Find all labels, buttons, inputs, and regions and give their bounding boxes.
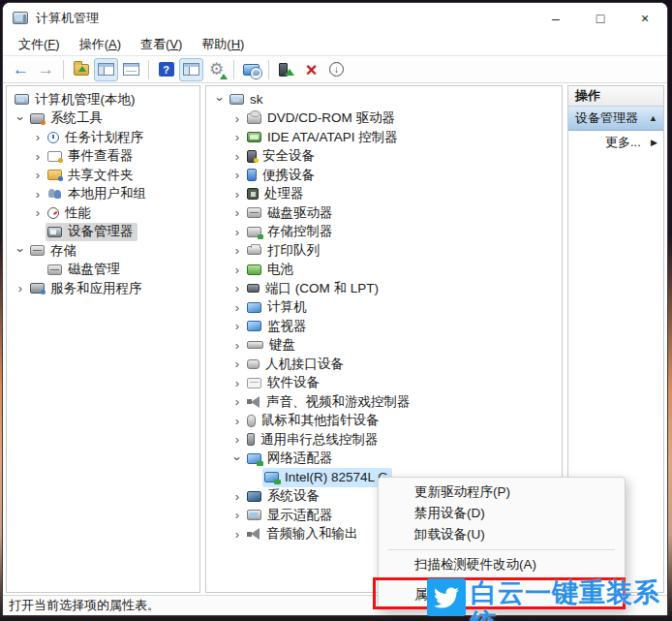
- chevron-right-icon[interactable]: ›: [30, 131, 46, 143]
- tree-item-dvd-cdrom-drives[interactable]: ›DVD/CD-ROM 驱动器: [206, 109, 562, 129]
- more-actions-item[interactable]: 更多... ▶: [568, 131, 663, 154]
- chevron-down-icon[interactable]: ›: [231, 450, 244, 466]
- tree-item-keyboards[interactable]: ›键盘: [206, 336, 562, 356]
- chevron-right-icon[interactable]: ›: [229, 282, 245, 295]
- chevron-right-icon[interactable]: ›: [229, 301, 245, 314]
- chevron-down-icon[interactable]: ›: [15, 243, 27, 259]
- disable-device-menu-item[interactable]: 禁用设备(D): [379, 503, 625, 524]
- chevron-right-icon[interactable]: ›: [13, 282, 28, 295]
- uninstall-device-button[interactable]: ×: [299, 58, 323, 81]
- up-one-level-button[interactable]: [69, 58, 93, 81]
- device-manager-icon: [47, 227, 62, 237]
- tree-item-system-tools[interactable]: ›系统工具: [7, 109, 199, 129]
- tree-item-portable-devices[interactable]: ›便携设备: [206, 166, 562, 185]
- menu-action[interactable]: 操作(A): [70, 34, 131, 55]
- tree-item-label: 监视器: [267, 318, 307, 335]
- menu-file[interactable]: 文件(F): [9, 34, 70, 55]
- tree-item-computer[interactable]: ›计算机: [206, 298, 562, 318]
- chevron-right-icon[interactable]: ›: [229, 357, 245, 370]
- chevron-right-icon[interactable]: ›: [229, 415, 245, 427]
- chevron-right-icon[interactable]: ›: [229, 433, 245, 446]
- chevron-right-icon[interactable]: ›: [229, 226, 245, 238]
- window-title: 计算机管理: [36, 10, 99, 27]
- chevron-down-icon[interactable]: ›: [214, 92, 227, 108]
- update-driver-menu-item[interactable]: 更新驱动程序(P): [379, 481, 625, 503]
- tree-item-event-viewer[interactable]: ›事件查看器: [7, 147, 199, 167]
- actions-group-device-manager[interactable]: 设备管理器 ▲: [568, 107, 663, 131]
- tree-item-storage[interactable]: ›存储: [7, 241, 199, 261]
- menu-view[interactable]: 查看(V): [131, 34, 192, 55]
- tree-item-label: 计算机管理(本地): [35, 91, 136, 109]
- tree-item-storage-controllers[interactable]: ›存储控制器: [206, 223, 562, 242]
- chevron-right-icon[interactable]: ›: [229, 377, 245, 389]
- tree-item-shared-folders[interactable]: ›共享文件夹: [7, 166, 199, 185]
- tree-item-security-devices[interactable]: ›安全设备: [206, 147, 562, 167]
- tree-item-ports-com-lpt[interactable]: ›端口 (COM 和 LPT): [206, 279, 562, 298]
- chevron-right-icon[interactable]: ›: [229, 395, 245, 408]
- export-list-button[interactable]: ⚙: [204, 58, 229, 81]
- tree-item-local-users-and-groups[interactable]: ›本地用户和组: [7, 185, 199, 204]
- chevron-right-icon[interactable]: ›: [229, 169, 245, 181]
- chevron-right-icon[interactable]: ›: [229, 320, 245, 332]
- tree-item-mice-pointing-devices[interactable]: ›鼠标和其他指针设备: [206, 412, 562, 431]
- tree-item-software-devices[interactable]: ›软件设备: [206, 374, 562, 393]
- tree-item-network-adapters[interactable]: ›网络适配器: [206, 450, 562, 469]
- help-button[interactable]: ?: [154, 58, 178, 81]
- chevron-right-icon[interactable]: ›: [229, 490, 245, 503]
- chevron-right-icon[interactable]: ›: [229, 150, 245, 163]
- chevron-right-icon[interactable]: ›: [229, 188, 245, 201]
- menu-help[interactable]: 帮助(H): [192, 34, 254, 55]
- more-actions-button[interactable]: ↓: [324, 58, 349, 81]
- tree-item-device-root-sk[interactable]: ›sk: [206, 90, 562, 109]
- scan-hardware-changes-menu-item[interactable]: 扫描检测硬件改动(A): [379, 554, 625, 575]
- tree-item-label: 任务计划程序: [65, 129, 143, 146]
- tree-item-disk-management[interactable]: 磁盘管理: [7, 261, 199, 280]
- folder-up-icon: [74, 64, 89, 76]
- hid-icon: [247, 359, 260, 369]
- enable-device-button[interactable]: [274, 58, 298, 81]
- tree-item-performance[interactable]: ›性能: [7, 203, 199, 223]
- tree-item-device-manager[interactable]: 设备管理器: [7, 223, 199, 242]
- row-content: 通用串行总线控制器: [245, 430, 382, 450]
- chevron-right-icon[interactable]: ›: [229, 244, 245, 257]
- chevron-right-icon[interactable]: ›: [229, 528, 245, 541]
- scan-hardware-button[interactable]: [239, 58, 263, 81]
- tree-item-disk-drives[interactable]: ›磁盘驱动器: [206, 203, 562, 223]
- tree-item-label: 存储控制器: [267, 223, 333, 240]
- chevron-right-icon[interactable]: ›: [30, 206, 46, 219]
- chevron-right-icon[interactable]: ›: [229, 112, 245, 125]
- chevron-right-icon[interactable]: ›: [229, 509, 245, 521]
- tree-item-monitors[interactable]: ›监视器: [206, 317, 562, 336]
- chevron-right-icon[interactable]: ›: [229, 339, 245, 352]
- close-button[interactable]: ×: [623, 3, 667, 33]
- chevron-right-icon[interactable]: ›: [229, 131, 245, 143]
- collapse-arrow-icon[interactable]: ▲: [649, 113, 657, 123]
- selected-row-highlight: Intel(R) 82574L G: [262, 468, 392, 487]
- tree-item-computer-management-local[interactable]: 计算机管理(本地): [7, 90, 199, 109]
- chevron-right-icon[interactable]: ›: [229, 206, 245, 219]
- tree-item-ide-ata-atapi[interactable]: ›IDE ATA/ATAPI 控制器: [206, 128, 562, 147]
- chevron-right-icon[interactable]: ›: [30, 150, 46, 163]
- chevron-right-icon[interactable]: ›: [229, 264, 245, 276]
- show-action-pane-button[interactable]: [179, 58, 203, 81]
- chevron-right-icon[interactable]: ›: [30, 169, 46, 181]
- minimize-button[interactable]: –: [534, 3, 578, 33]
- uninstall-device-menu-item[interactable]: 卸载设备(U): [379, 524, 625, 545]
- tree-item-task-scheduler[interactable]: ›任务计划程序: [7, 128, 199, 147]
- show-console-tree-button[interactable]: [94, 58, 118, 81]
- forward-button[interactable]: →: [34, 58, 58, 81]
- properties-toolbar-button[interactable]: [119, 58, 143, 81]
- tree-item-print-queues[interactable]: ›打印队列: [206, 241, 562, 261]
- chevron-right-icon[interactable]: ›: [30, 188, 46, 201]
- disk-icon: [47, 264, 62, 275]
- watermark-text: 白云一键重装系统 www.baiyunxitong.com: [471, 578, 672, 621]
- maximize-button[interactable]: □: [578, 3, 623, 33]
- tree-item-usb-controllers[interactable]: ›通用串行总线控制器: [206, 430, 562, 450]
- tree-item-sound-video-game[interactable]: ›声音、视频和游戏控制器: [206, 392, 562, 412]
- tree-item-human-interface-devices[interactable]: ›人机接口设备: [206, 355, 562, 374]
- tree-item-services-and-applications[interactable]: ›服务和应用程序: [7, 279, 199, 298]
- tree-item-batteries[interactable]: ›电池: [206, 261, 562, 280]
- back-button[interactable]: ←: [9, 58, 33, 81]
- chevron-down-icon[interactable]: ›: [15, 110, 27, 126]
- tree-item-processors[interactable]: ›处理器: [206, 185, 562, 204]
